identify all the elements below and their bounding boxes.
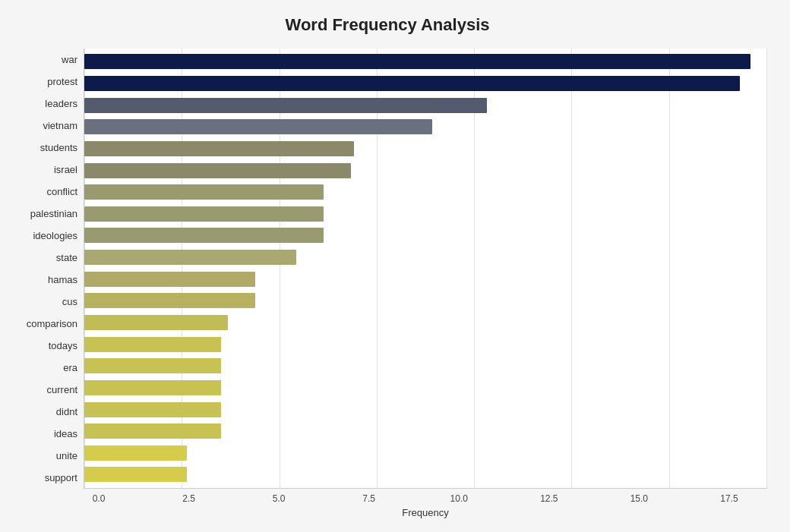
bar — [84, 467, 187, 482]
x-axis-label: 15.0 — [624, 493, 654, 504]
bar-row — [84, 139, 767, 159]
bar-row — [84, 291, 767, 310]
x-axis-label: 7.5 — [354, 493, 384, 504]
y-label: support — [45, 468, 77, 488]
bar — [84, 358, 221, 373]
x-axis-labels: 0.02.55.07.510.012.515.017.5 — [8, 493, 767, 504]
chart-title: Word Frequency Analysis — [8, 15, 767, 35]
bar — [84, 402, 221, 417]
x-axis-label: 17.5 — [714, 493, 744, 504]
bars-and-grid — [84, 49, 767, 489]
y-label: war — [62, 50, 77, 70]
bar-row — [84, 335, 767, 354]
x-axis-title: Frequency — [8, 507, 767, 518]
bar-row — [84, 225, 767, 245]
bar — [84, 337, 221, 352]
bar-row — [84, 269, 767, 289]
x-axis-label: 5.0 — [264, 493, 294, 504]
y-label: cus — [62, 292, 77, 312]
y-label: protest — [47, 72, 77, 92]
bar — [84, 315, 228, 330]
bar — [84, 76, 740, 91]
bar-row — [84, 161, 767, 181]
bar — [84, 228, 324, 243]
y-label: students — [40, 138, 77, 158]
x-axis-label: 10.0 — [444, 493, 474, 504]
y-label: didnt — [56, 402, 77, 422]
chart-area: warprotestleadersvietnamstudentsisraelco… — [8, 49, 767, 489]
bar-row — [84, 74, 767, 93]
y-label: israel — [54, 160, 77, 180]
bar — [84, 423, 221, 439]
bar — [84, 445, 187, 461]
y-label: palestinian — [30, 204, 77, 224]
y-label: conflict — [47, 182, 77, 202]
chart-container: Word Frequency Analysis warprotestleader… — [0, 0, 790, 532]
bar-row — [84, 182, 767, 202]
bar — [84, 141, 354, 156]
bar-row — [84, 52, 767, 71]
bar — [84, 293, 255, 308]
bar-row — [84, 96, 767, 115]
bar-row — [84, 204, 767, 224]
x-axis-label: 2.5 — [174, 493, 204, 504]
bar — [84, 163, 351, 178]
bar-row — [84, 117, 767, 137]
y-label: vietnam — [43, 116, 77, 136]
bar — [84, 98, 487, 113]
bar — [84, 119, 432, 134]
y-label: todays — [49, 336, 77, 356]
y-label: comparison — [27, 314, 77, 334]
y-label: unite — [56, 446, 77, 466]
bar-row — [84, 421, 767, 441]
bar-row — [84, 378, 767, 398]
x-axis-label: 12.5 — [534, 493, 564, 504]
bar-row — [84, 313, 767, 332]
bar-row — [84, 464, 767, 484]
y-labels: warprotestleadersvietnamstudentsisraelco… — [8, 49, 84, 489]
y-label: era — [63, 358, 77, 378]
bar — [84, 380, 221, 395]
bar — [84, 54, 750, 69]
y-label: state — [56, 248, 77, 268]
y-label: ideas — [54, 424, 77, 444]
bar-row — [84, 443, 767, 463]
bar — [84, 272, 255, 287]
bar-row — [84, 400, 767, 420]
bar-row — [84, 247, 767, 267]
y-label: hamas — [48, 270, 77, 290]
bar — [84, 184, 324, 200]
y-label: leaders — [45, 94, 77, 114]
bar — [84, 250, 296, 265]
x-axis-label: 0.0 — [84, 493, 114, 504]
bar — [84, 206, 324, 222]
y-label: ideologies — [33, 226, 77, 246]
bar-row — [84, 356, 767, 376]
y-label: current — [47, 380, 77, 400]
